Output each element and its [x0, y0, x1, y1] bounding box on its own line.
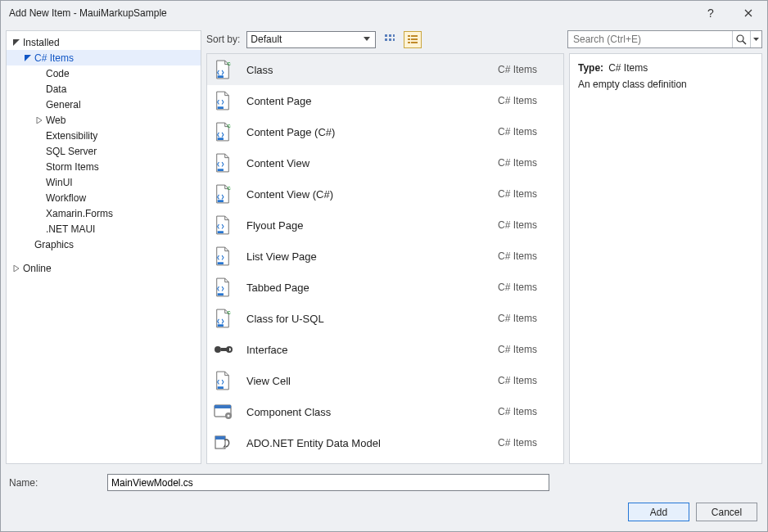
template-row[interactable]: Flyout PageC# Items [207, 210, 563, 241]
template-row[interactable]: ADO.NET Entity Data ModelC# Items [207, 427, 563, 458]
tree-item-label: Web [46, 115, 66, 126]
template-row[interactable]: Application Configuration FileC# Items [207, 458, 563, 464]
grid-icon [384, 34, 395, 45]
chevron-down-icon [753, 38, 759, 42]
template-category: C# Items [498, 157, 555, 169]
cs-file-icon: C# [212, 308, 233, 329]
template-row[interactable]: Content ViewC# Items [207, 147, 563, 178]
sort-dropdown[interactable]: Default [246, 31, 376, 48]
config-file-icon [212, 463, 233, 464]
tree-item-label: Workflow [46, 192, 86, 204]
svg-rect-15 [218, 75, 224, 78]
type-value: C# Items [608, 62, 648, 74]
name-input[interactable] [107, 474, 549, 491]
search-box [567, 30, 762, 48]
tree-node-child[interactable]: Xamarin.Forms [7, 205, 201, 221]
tree-node-graphics[interactable]: Graphics [7, 237, 201, 252]
template-name: Tabbed Page [246, 282, 485, 294]
template-category: C# Items [498, 250, 555, 262]
tree-node-child[interactable]: Extensibility [7, 128, 201, 143]
tree-node-child[interactable]: Workflow [7, 190, 201, 205]
template-name: Class for U-SQL [246, 313, 485, 325]
sort-label: Sort by: [206, 34, 240, 45]
svg-rect-6 [408, 35, 410, 37]
template-row[interactable]: Content PageC# Items [207, 85, 563, 116]
xaml-file-icon [212, 152, 233, 174]
tree-item-label: WinUI [46, 177, 73, 188]
name-row: Name: [1, 469, 767, 496]
svg-rect-30 [218, 386, 224, 389]
sort-value: Default [251, 34, 282, 45]
template-category: C# Items [498, 126, 555, 138]
close-button[interactable] [730, 1, 767, 25]
entity-file-icon [212, 432, 233, 453]
template-list[interactable]: C#ClassC# ItemsContent PageC# ItemsC#Con… [206, 53, 564, 464]
svg-rect-4 [393, 34, 395, 37]
tree-item-label: Storm Items [46, 161, 99, 173]
titlebar: Add New Item - MauiMarkupSample ? [1, 1, 767, 25]
tree-node-csharp-items[interactable]: C# Items [7, 50, 201, 65]
template-name: Component Class [246, 406, 485, 418]
template-row[interactable]: View CellC# Items [207, 365, 563, 396]
tree-node-child[interactable]: Data [7, 81, 201, 97]
sort-bar: Sort by: Default [201, 25, 767, 48]
template-row[interactable]: List View PageC# Items [207, 241, 563, 272]
template-category: C# Items [498, 188, 555, 200]
tree-node-online[interactable]: Online [7, 260, 201, 276]
search-input[interactable] [568, 34, 732, 45]
help-button[interactable]: ? [692, 1, 730, 25]
cs-file-icon: C# [212, 183, 233, 205]
tree-node-child[interactable]: WinUI [7, 174, 201, 190]
template-row[interactable]: Tabbed PageC# Items [207, 272, 563, 303]
close-icon [744, 9, 752, 17]
svg-rect-32 [215, 405, 231, 408]
tree-item-label: Extensibility [46, 130, 97, 142]
cs-file-icon: C# [212, 121, 233, 142]
type-label: Type: [578, 62, 603, 74]
search-button[interactable] [732, 31, 750, 47]
chevron-right-icon [11, 265, 21, 272]
svg-rect-18 [218, 138, 224, 140]
svg-text:C#: C# [227, 61, 231, 66]
template-row[interactable]: C#Content Page (C#)C# Items [207, 116, 563, 147]
tree-item-label: Xamarin.Forms [46, 208, 113, 219]
component-file-icon [212, 401, 233, 422]
svg-rect-22 [218, 231, 224, 233]
tree-node-child[interactable]: Code [7, 65, 201, 81]
view-details-button[interactable] [404, 31, 422, 48]
tree-node-child[interactable]: Web [7, 112, 201, 128]
template-row[interactable]: C#ClassC# Items [207, 54, 563, 85]
template-category: C# Items [498, 375, 555, 386]
xaml-file-icon [212, 246, 233, 267]
search-options-dropdown[interactable] [750, 31, 761, 47]
svg-rect-19 [218, 169, 224, 171]
template-row[interactable]: InterfaceC# Items [207, 334, 563, 365]
template-category: C# Items [498, 406, 555, 417]
svg-rect-36 [215, 436, 225, 440]
svg-point-12 [737, 35, 743, 42]
svg-rect-8 [408, 38, 410, 40]
button-row: Add Cancel [1, 496, 767, 531]
svg-rect-21 [218, 200, 224, 202]
tree-node-child[interactable]: General [7, 97, 201, 112]
add-button[interactable]: Add [628, 503, 689, 521]
tree-node-child[interactable]: .NET MAUI [7, 221, 201, 237]
svg-rect-3 [389, 38, 391, 41]
cs-file-icon: C# [212, 59, 233, 80]
tree-node-installed[interactable]: Installed [7, 34, 201, 50]
svg-rect-0 [385, 34, 387, 37]
tree-node-child[interactable]: Storm Items [7, 159, 201, 174]
svg-rect-2 [385, 38, 387, 41]
template-row[interactable]: C#Class for U-SQLC# Items [207, 303, 563, 334]
template-category: C# Items [498, 219, 555, 231]
template-row[interactable]: C#Content View (C#)C# Items [207, 178, 563, 210]
center-column: Sort by: Default [201, 25, 767, 469]
installed-tree[interactable]: Installed C# Items CodeDataGeneralWebExt… [6, 30, 201, 464]
view-small-icons-button[interactable] [381, 31, 399, 48]
tree-node-child[interactable]: SQL Server [7, 143, 201, 159]
svg-point-34 [228, 415, 230, 417]
type-description: An empty class definition [578, 79, 753, 90]
template-row[interactable]: Component ClassC# Items [207, 396, 563, 427]
cancel-button[interactable]: Cancel [696, 503, 757, 521]
details-panel: Type: C# Items An empty class definition [569, 53, 762, 464]
